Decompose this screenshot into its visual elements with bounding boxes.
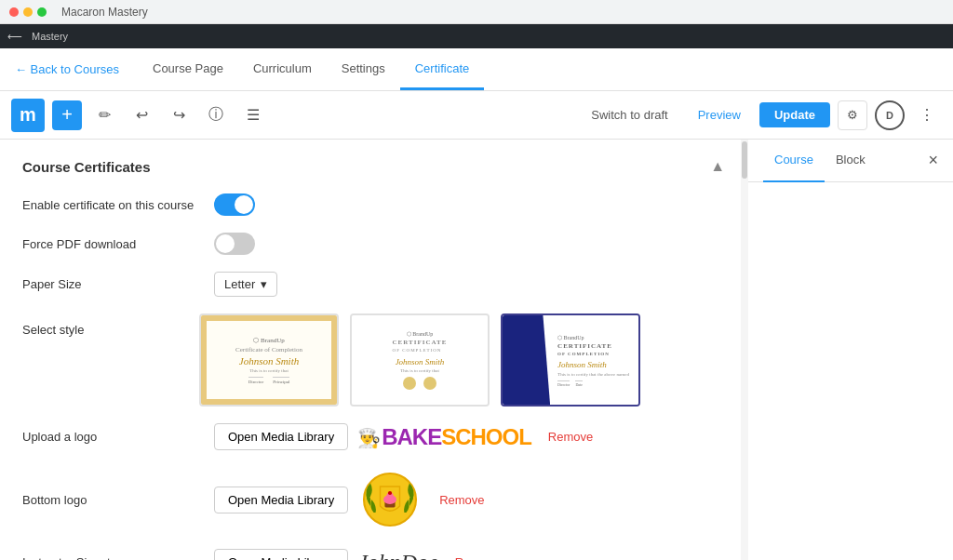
enable-cert-label: Enable certificate on this course xyxy=(22,198,199,212)
redo-icon: ↪ xyxy=(173,106,185,124)
user-avatar[interactable]: D xyxy=(875,100,905,130)
cert-cards: ⬡ BrandUp Certificate of Completion John… xyxy=(199,313,640,407)
remove-logo-link[interactable]: Remove xyxy=(548,430,593,444)
upload-logo-row: Upload a logo Open Media Library 👨‍🍳BAKE… xyxy=(22,423,725,450)
wp-logo: ⟵ xyxy=(7,31,22,43)
wp-admin-bar: ⟵ Mastery xyxy=(0,24,953,48)
switch-to-draft-button[interactable]: Switch to draft xyxy=(580,102,678,127)
sig-display: Open Media Library JohnDoe Remove xyxy=(214,549,500,560)
content-wrapper: Course Certificates ▲ Enable certificate… xyxy=(0,140,748,560)
force-pdf-label: Force PDF download xyxy=(22,237,199,251)
upload-logo-button[interactable]: Open Media Library xyxy=(214,423,348,450)
cert-card-classic[interactable]: ⬡ BrandUp Certificate of Completion John… xyxy=(199,313,339,407)
cert-card-blue[interactable]: ⬡ BrandUp CERTIFICATEOF COMPLETION Johns… xyxy=(501,313,640,407)
panel-close-button[interactable]: × xyxy=(928,151,938,170)
remove-sig-link[interactable]: Remove xyxy=(455,555,500,560)
cert-card-plain[interactable]: ⬡ BrandUp CERTIFICATEOF COMPLETION Johns… xyxy=(350,313,490,407)
browser-controls xyxy=(9,7,47,17)
upload-logo-label: Upload a logo xyxy=(22,430,199,444)
panel-tab-block[interactable]: Block xyxy=(825,140,877,182)
browser-title: Macaron Mastery xyxy=(61,6,148,19)
tab-course-page[interactable]: Course Page xyxy=(138,48,238,90)
enable-cert-toggle[interactable] xyxy=(214,193,255,216)
instructor-sig-row: Instructor Signature Open Media Library … xyxy=(22,549,725,560)
force-pdf-toggle[interactable] xyxy=(214,233,255,255)
bottom-logo-display: Open Media Library xyxy=(214,467,485,532)
tab-curriculum[interactable]: Curriculum xyxy=(238,48,327,90)
nav-tabs: Course Page Curriculum Settings Certific… xyxy=(138,48,484,90)
toolbar-right: Switch to draft Preview Update ⚙ D ⋮ xyxy=(580,100,942,130)
svg-point-4 xyxy=(388,491,392,495)
bottom-logo-label: Bottom logo xyxy=(22,493,199,507)
enable-cert-row: Enable certificate on this course xyxy=(22,193,725,216)
select-style-row: Select style ⬡ BrandUp Certificate of Co… xyxy=(22,313,725,407)
instructor-sig-button[interactable]: Open Media Library xyxy=(214,549,348,560)
tab-settings[interactable]: Settings xyxy=(327,48,400,90)
signature-preview: JohnDoe xyxy=(357,550,438,560)
logo-m: m xyxy=(11,99,45,132)
close-dot xyxy=(9,7,19,17)
collapse-icon[interactable]: ▲ xyxy=(710,158,725,175)
minimize-dot xyxy=(23,7,33,17)
paper-size-label: Paper Size xyxy=(22,277,199,291)
info-button[interactable]: ⓘ xyxy=(201,100,231,130)
bakeschool-logo: 👨‍🍳BAKESCHOOL xyxy=(357,424,531,450)
panel-tabs: Course Block xyxy=(763,140,877,182)
main-layout: Course Certificates ▲ Enable certificate… xyxy=(0,140,953,560)
remove-bottom-link[interactable]: Remove xyxy=(439,493,484,507)
more-icon: ⋮ xyxy=(919,106,934,124)
top-nav: ← Back to Courses Course Page Curriculum… xyxy=(0,48,953,91)
add-block-button[interactable]: + xyxy=(52,100,82,130)
chef-hat-icon: 👨‍🍳 xyxy=(357,427,380,449)
paper-size-select[interactable]: Letter ▾ xyxy=(214,272,277,297)
toolbar: m + ✏ ↩ ↪ ⓘ ☰ Switch to draft Preview Up… xyxy=(0,91,953,140)
info-icon: ⓘ xyxy=(208,105,223,125)
redo-button[interactable]: ↪ xyxy=(164,100,194,130)
section-title-text: Course Certificates xyxy=(22,159,151,175)
plus-icon: + xyxy=(61,104,73,126)
scroll-indicator[interactable] xyxy=(741,140,748,560)
cert-plain-preview: ⬡ BrandUp CERTIFICATEOF COMPLETION Johns… xyxy=(352,315,488,405)
logo-display: Open Media Library 👨‍🍳BAKESCHOOL Remove xyxy=(214,423,593,450)
edit-icon-button[interactable]: ✏ xyxy=(89,100,119,130)
wp-admin-title: Mastery xyxy=(32,31,68,42)
gear-icon: ⚙ xyxy=(847,108,858,122)
paper-size-value: Letter xyxy=(224,277,255,291)
scroll-thumb xyxy=(742,141,747,179)
tab-certificate[interactable]: Certificate xyxy=(400,48,485,90)
section-title: Course Certificates ▲ xyxy=(22,158,725,175)
force-pdf-row: Force PDF download xyxy=(22,233,725,255)
more-options-button[interactable]: ⋮ xyxy=(912,100,942,130)
cupcake-badge-icon xyxy=(357,467,423,532)
chevron-down-icon: ▾ xyxy=(261,277,267,291)
right-panel: Course Block × xyxy=(748,140,953,560)
list-view-button[interactable]: ☰ xyxy=(238,100,268,130)
list-icon: ☰ xyxy=(247,106,260,124)
undo-icon: ↩ xyxy=(136,106,148,124)
select-style-label: Select style xyxy=(22,313,199,337)
back-to-courses-link[interactable]: ← Back to Courses xyxy=(15,62,119,76)
bottom-logo-row: Bottom logo Open Media Library xyxy=(22,467,725,532)
browser-bar: Macaron Mastery xyxy=(0,0,953,24)
bottom-logo-button[interactable]: Open Media Library xyxy=(214,487,348,513)
update-button[interactable]: Update xyxy=(759,102,830,127)
cert-blue-preview: ⬡ BrandUp CERTIFICATEOF COMPLETION Johns… xyxy=(503,315,638,405)
paper-size-row: Paper Size Letter ▾ xyxy=(22,272,725,297)
pencil-icon: ✏ xyxy=(99,106,111,124)
content-area: Course Certificates ▲ Enable certificate… xyxy=(0,140,748,560)
instructor-sig-label: Instructor Signature xyxy=(22,555,199,560)
settings-button[interactable]: ⚙ xyxy=(838,100,867,130)
preview-button[interactable]: Preview xyxy=(687,102,752,127)
cert-classic-preview: ⬡ BrandUp Certificate of Completion John… xyxy=(201,315,337,405)
panel-tab-course[interactable]: Course xyxy=(763,140,825,182)
right-panel-header: Course Block × xyxy=(748,140,953,182)
maximize-dot xyxy=(37,7,47,17)
undo-button[interactable]: ↩ xyxy=(127,100,156,130)
